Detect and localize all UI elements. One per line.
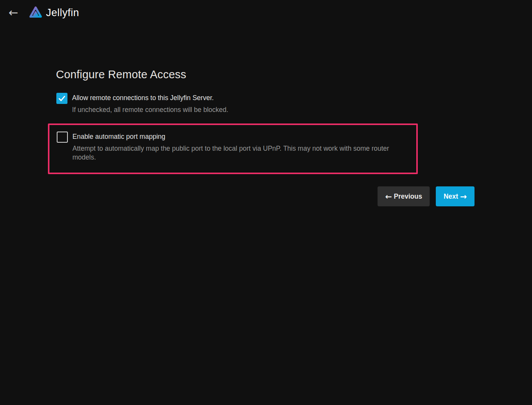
allow-remote-connections-checkbox[interactable]: [56, 93, 67, 104]
enable-port-mapping-label[interactable]: Enable automatic port mapping: [72, 132, 409, 141]
allow-remote-connections-description: If unchecked, all remote connections wil…: [72, 105, 228, 114]
wizard-nav-buttons: ← Previous Next →: [56, 186, 475, 206]
app-logo: Jellyfin: [28, 4, 79, 21]
page-title: Configure Remote Access: [56, 68, 475, 81]
back-button[interactable]: ←: [7, 6, 20, 20]
jellyfin-logo-icon: [28, 4, 43, 21]
app-title: Jellyfin: [46, 7, 79, 19]
option-text-block: Allow remote connections to this Jellyfi…: [72, 93, 228, 114]
enable-port-mapping-checkbox[interactable]: [57, 132, 68, 143]
next-button[interactable]: Next →: [436, 186, 475, 206]
enable-port-mapping-description: Attempt to automatically map the public …: [72, 144, 409, 162]
header: ← Jellyfin: [0, 0, 532, 25]
allow-remote-connections-label[interactable]: Allow remote connections to this Jellyfi…: [72, 94, 228, 102]
wizard-page-remote-access: Configure Remote Access Allow remote con…: [56, 68, 475, 206]
arrow-left-icon: ←: [385, 193, 392, 201]
option-text-block: Enable automatic port mapping Attempt to…: [72, 132, 409, 162]
next-button-label: Next: [443, 193, 458, 201]
option-enable-port-mapping: Enable automatic port mapping Attempt to…: [56, 132, 409, 162]
check-icon: [57, 94, 67, 103]
option-allow-remote-connections: Allow remote connections to this Jellyfi…: [56, 93, 475, 114]
arrow-left-icon: ←: [8, 7, 18, 18]
previous-button[interactable]: ← Previous: [378, 186, 430, 206]
arrow-right-icon: →: [460, 193, 467, 201]
highlight-box: Enable automatic port mapping Attempt to…: [48, 123, 418, 174]
previous-button-label: Previous: [394, 193, 422, 201]
